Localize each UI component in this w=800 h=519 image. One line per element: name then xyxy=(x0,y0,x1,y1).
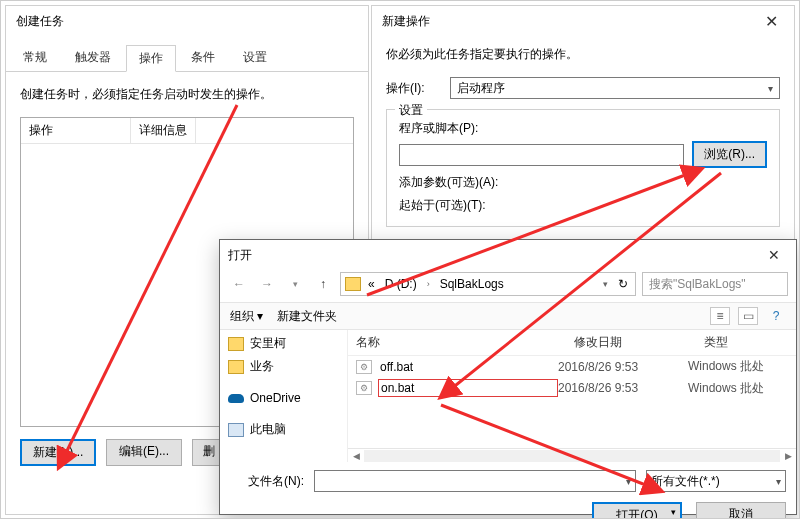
chevron-down-icon[interactable]: ▾ xyxy=(600,279,611,289)
col-date[interactable]: 修改日期 xyxy=(566,330,696,355)
chevron-down-icon: ▾ xyxy=(776,476,781,487)
breadcrumb-folder[interactable]: SqlBakLogs xyxy=(437,277,507,291)
search-input[interactable]: 搜索"SqlBakLogs" xyxy=(642,272,788,296)
program-input[interactable] xyxy=(399,144,684,166)
folder-icon xyxy=(228,360,244,374)
sidebar-item-thispc[interactable]: 此电脑 xyxy=(220,418,347,441)
open-toolbar: 组织 ▾ 新建文件夹 ≡ ▭ ? xyxy=(220,302,796,330)
close-icon[interactable]: ✕ xyxy=(760,245,788,265)
file-date: 2016/8/26 9:53 xyxy=(558,381,688,395)
breadcrumb-root[interactable]: « xyxy=(365,277,378,291)
sidebar-item-folder2[interactable]: 业务 xyxy=(220,355,347,378)
create-task-tabs: 常规 触发器 操作 条件 设置 xyxy=(6,36,368,72)
filetype-filter[interactable]: 所有文件(*.*) ▾ xyxy=(646,470,786,492)
address-bar[interactable]: « D (D:) › SqlBakLogs ▾ ↻ xyxy=(340,272,636,296)
onedrive-icon xyxy=(228,391,244,405)
file-list: 名称 修改日期 类型 ⚙ off.bat 2016/8/26 9:53 Wind… xyxy=(348,330,796,462)
col-name[interactable]: 名称 xyxy=(348,330,566,355)
chevron-down-icon: ▾ xyxy=(626,476,631,487)
open-button[interactable]: 打开(O) ▾ xyxy=(592,502,682,519)
settings-legend: 设置 xyxy=(395,102,427,119)
sidebar-item-label: 安里柯 xyxy=(250,335,286,352)
new-button[interactable]: 新建(N)... xyxy=(20,439,96,466)
chevron-right-icon: › xyxy=(424,279,433,289)
scroll-right-icon[interactable]: ▶ xyxy=(780,451,796,461)
view-options-icon[interactable]: ≡ xyxy=(710,307,730,325)
col-details[interactable]: 详细信息 xyxy=(131,118,196,143)
horizontal-scrollbar[interactable]: ◀ ▶ xyxy=(348,448,796,462)
batch-file-icon: ⚙ xyxy=(356,360,372,374)
file-row[interactable]: ⚙ on.bat 2016/8/26 9:53 Windows 批处 xyxy=(348,377,796,399)
tab-triggers[interactable]: 触发器 xyxy=(62,44,124,71)
chevron-down-icon[interactable]: ▾ xyxy=(284,273,306,295)
organize-menu[interactable]: 组织 ▾ xyxy=(230,308,263,325)
tab-conditions[interactable]: 条件 xyxy=(178,44,228,71)
create-task-titlebar: 创建任务 xyxy=(6,6,368,36)
details-pane-icon[interactable]: ▭ xyxy=(738,307,758,325)
search-placeholder: 搜索"SqlBakLogs" xyxy=(649,276,746,293)
file-date: 2016/8/26 9:53 xyxy=(558,360,688,374)
nav-back-icon[interactable]: ← xyxy=(228,273,250,295)
startin-label: 起始于(可选)(T): xyxy=(399,197,767,214)
file-row[interactable]: ⚙ off.bat 2016/8/26 9:53 Windows 批处 xyxy=(348,356,796,377)
open-sidebar: 安里柯 业务 OneDrive 此电脑 xyxy=(220,330,348,462)
help-icon[interactable]: ? xyxy=(766,307,786,325)
create-task-instruction: 创建任务时，必须指定任务启动时发生的操作。 xyxy=(20,86,354,103)
create-task-title: 创建任务 xyxy=(16,13,64,30)
action-label: 操作(I): xyxy=(386,80,450,97)
open-title: 打开 xyxy=(228,247,252,264)
cancel-button[interactable]: 取消 xyxy=(696,502,786,519)
file-type: Windows 批处 xyxy=(688,358,788,375)
filter-value: 所有文件(*.*) xyxy=(651,473,720,490)
filename-input[interactable]: ▾ xyxy=(314,470,636,492)
sidebar-item-onedrive[interactable]: OneDrive xyxy=(220,388,347,408)
batch-file-icon: ⚙ xyxy=(356,381,372,395)
open-dialog: 打开 ✕ ← → ▾ ↑ « D (D:) › SqlBakLogs ▾ ↻ 搜… xyxy=(219,239,797,515)
tab-settings[interactable]: 设置 xyxy=(230,44,280,71)
sidebar-item-label: OneDrive xyxy=(250,391,301,405)
sidebar-item-label: 业务 xyxy=(250,358,274,375)
scroll-left-icon[interactable]: ◀ xyxy=(348,451,364,461)
filename-label: 文件名(N): xyxy=(230,473,304,490)
sidebar-item-label: 此电脑 xyxy=(250,421,286,438)
file-type: Windows 批处 xyxy=(688,380,788,397)
file-name: on.bat xyxy=(378,379,558,397)
close-icon[interactable]: ✕ xyxy=(759,12,784,31)
col-type[interactable]: 类型 xyxy=(696,330,796,355)
folder-icon xyxy=(228,337,244,351)
open-button-label: 打开(O) xyxy=(616,508,657,519)
tab-general[interactable]: 常规 xyxy=(10,44,60,71)
open-nav: ← → ▾ ↑ « D (D:) › SqlBakLogs ▾ ↻ 搜索"Sql… xyxy=(220,270,796,302)
new-folder-button[interactable]: 新建文件夹 xyxy=(277,308,337,325)
settings-fieldset: 设置 程序或脚本(P): 浏览(R)... 添加参数(可选)(A): 起始于(可… xyxy=(386,109,780,227)
breadcrumb-drive[interactable]: D (D:) xyxy=(382,277,420,291)
refresh-icon[interactable]: ↻ xyxy=(615,277,631,291)
edit-button[interactable]: 编辑(E)... xyxy=(106,439,182,466)
new-action-window: 新建操作 ✕ 你必须为此任务指定要执行的操作。 操作(I): 启动程序 ▾ 设置… xyxy=(371,5,795,245)
action-select[interactable]: 启动程序 ▾ xyxy=(450,77,780,99)
chevron-down-icon: ▾ xyxy=(671,507,676,517)
browse-button[interactable]: 浏览(R)... xyxy=(692,141,767,168)
col-action[interactable]: 操作 xyxy=(21,118,131,143)
new-action-title: 新建操作 xyxy=(382,13,430,30)
new-action-titlebar: 新建操作 ✕ xyxy=(372,6,794,36)
pc-icon xyxy=(228,423,244,437)
tab-actions[interactable]: 操作 xyxy=(126,45,176,72)
nav-up-icon[interactable]: ↑ xyxy=(312,273,334,295)
program-label: 程序或脚本(P): xyxy=(399,120,767,137)
folder-icon xyxy=(345,277,361,291)
open-titlebar: 打开 ✕ xyxy=(220,240,796,270)
args-label: 添加参数(可选)(A): xyxy=(399,174,767,191)
sidebar-item-folder1[interactable]: 安里柯 xyxy=(220,332,347,355)
file-name: off.bat xyxy=(378,359,558,375)
new-action-instruction: 你必须为此任务指定要执行的操作。 xyxy=(386,46,780,63)
action-select-value: 启动程序 xyxy=(457,80,505,97)
nav-forward-icon[interactable]: → xyxy=(256,273,278,295)
chevron-down-icon: ▾ xyxy=(768,83,773,94)
